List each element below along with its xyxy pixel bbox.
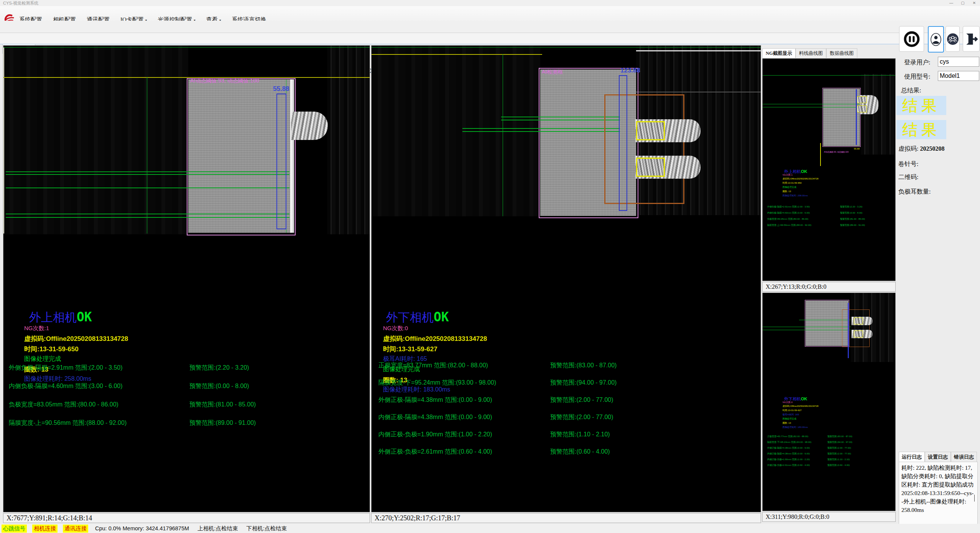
reference-line [503, 54, 503, 216]
upper-camera-status: 上相机:点检结束 [196, 525, 240, 533]
coord-readout-thumb2: X:311;Y:980;R:0;G:0;B:0 [762, 512, 896, 522]
ai-elapsed: 极耳AI耗时: 165 [783, 413, 799, 416]
baseline-yellow [3, 77, 370, 78]
tab-error-log[interactable]: 错误日志 [951, 452, 977, 462]
reference-line [147, 77, 147, 234]
capture-time: 时间:13-31-59-627 [383, 345, 437, 354]
result-indicator-2: 结果 [896, 120, 946, 139]
measure-line [763, 107, 862, 107]
camera-view-upper[interactable]: 55.88 AI动态阈值:93, 动态阈值:100 外上相机OK NG次数:1 … [3, 45, 370, 512]
pause-button[interactable] [899, 26, 924, 52]
menu-bar: 系统配置 相机配置 通讯配置 IO卡配置▾ 光源控制配置▾ 查看▾ 系统语言切换 [0, 6, 980, 21]
machine-highlight [636, 92, 761, 92]
measure-value: 123.88 [620, 67, 640, 74]
capture-time: 时间:13-31-59-627 [783, 409, 802, 412]
marker-line [820, 143, 821, 166]
measurement-row: 正极宽度=83.77mm 范围:(82.00 - 88.00)预警范围:(83.… [378, 362, 754, 369]
model-input[interactable] [938, 71, 979, 81]
measure-rect [619, 75, 627, 211]
reference-line [3, 47, 370, 48]
process-done: 图像处理完成 [783, 186, 796, 189]
tab-detect-box [854, 317, 863, 324]
tab-data-curve[interactable]: 数据曲线图 [826, 48, 857, 58]
user-icon [929, 31, 942, 48]
thumbnail-tabs: NG截图显示 料线曲线图 数据曲线图 [762, 48, 857, 58]
process-done: 图像处理完成 [783, 417, 796, 421]
coord-readout-thumb1: X:267;Y:13;R:0;G:0;B:0 [762, 282, 896, 292]
measure-rect [276, 94, 286, 229]
measure-line [6, 217, 289, 218]
ng-count: NG次数:1 [24, 325, 49, 332]
virtual-code: 虚拟码:Offline20250208133134728 [783, 177, 819, 181]
close-icon[interactable]: ✕ [968, 0, 980, 6]
tab-settings-log[interactable]: 设置日志 [925, 452, 951, 462]
edge-line [3, 47, 4, 234]
users-button[interactable] [945, 26, 960, 52]
process-elapsed: 图像处理耗时: 183.00ms [383, 386, 450, 394]
ng-thumbnail-upper[interactable]: 55.88 AI动态阈值:93, 动态阈值:100 外上相机OK NG次数:1 … [762, 58, 896, 281]
tab-detect-box [636, 121, 665, 140]
minimize-icon[interactable]: — [945, 0, 957, 6]
measure-line [6, 171, 289, 172]
camera-view-lower[interactable]: 123.88 AI检测框 外下相机OK NG次数:0 虚拟码:Offline20… [371, 45, 761, 512]
roi-rect-orange [842, 309, 870, 347]
maximize-icon[interactable]: ▢ [957, 0, 968, 6]
ng-count: NG次数:0 [783, 401, 793, 404]
toolbar: 相机配置 AI使用配置 相机调试 离线设置 点检设置▾ 图像处理▾ 基准线参数▾… [0, 33, 980, 44]
user-button[interactable] [928, 26, 944, 53]
measurement-row: 负极宽度=83.05mm 范围:(80.00 - 86.00)预警范围:(81.… [9, 401, 365, 408]
pause-icon [903, 30, 921, 48]
machine-highlight [636, 50, 761, 51]
login-user-input[interactable] [938, 57, 979, 67]
capture-time: 时间:13-31-59-650 [24, 345, 79, 354]
film-region [3, 46, 188, 234]
tab-run-log[interactable]: 运行日志 [899, 452, 925, 462]
measurement-row: 隔膜宽度-下=95.24mm 范围:(93.00 - 98.00)预警范围:(9… [378, 379, 754, 387]
camera-link-status: 相机连接 [32, 525, 58, 533]
window-title: CYS-视觉检测系统 [3, 0, 38, 6]
cpu-memory-status: Cpu: 0.0% Memory: 3424.41796875M [94, 525, 191, 532]
measurement-row: 外侧正极-负极=2.61mm 范围:(0.60 - 4.00)预警范围:(0.6… [378, 448, 754, 456]
ng-count: NG次数:0 [383, 325, 408, 332]
measure-value: 55.88 [854, 148, 860, 150]
ai-threshold-label: AI动态阈值:93, 动态阈值:100 [190, 77, 259, 84]
title-bar: CYS-视觉检测系统 — ▢ ✕ [0, 0, 980, 6]
measure-line [462, 131, 620, 132]
electrode-tab [291, 112, 328, 140]
process-elapsed: 图像处理耗时: 258.00ms [24, 375, 91, 383]
measure-rect [856, 89, 857, 145]
baseline-yellow [372, 54, 542, 55]
tab-detect-box [857, 105, 867, 112]
virtual-code: 虚拟码:Offline20250208133134728 [783, 405, 819, 408]
coord-readout-lower: X:270;Y:2502;R:17;G:17;B:17 [371, 513, 761, 523]
logout-button[interactable] [963, 26, 980, 52]
machine-region [327, 46, 370, 234]
reference-line [372, 47, 761, 48]
ng-thumbnail-lower[interactable]: 外下相机OK NG次数:0 虚拟码:Offline202502081331347… [762, 293, 896, 511]
process-elapsed: 图像处理耗时: 183.00ms [783, 426, 808, 429]
measure-line [501, 120, 620, 120]
camera-title: 外上相机OK [29, 309, 92, 326]
log-tabs: 运行日志 设置日志 错误日志 [899, 452, 977, 462]
measurement-row: 外侧负极-隔膜=2.91mm 范围:(2.00 - 3.50)预警范围:(2.2… [9, 364, 365, 372]
tab-material-curve[interactable]: 料线曲线图 [796, 48, 827, 58]
process-done: 图像处理完成 [24, 355, 61, 363]
tab-ng-screenshot[interactable]: NG截图显示 [762, 48, 796, 58]
view-tab-strip: 运行图像 [0, 21, 980, 33]
ng-count: NG次数:1 [783, 173, 793, 177]
virtual-code-value: 20250208 [920, 145, 944, 152]
process-elapsed: 图像处理耗时: 258.00ms [783, 194, 808, 197]
measurement-row: 外侧正极-隔膜=4.38mm 范围:(0.00 - 9.00)预警范围:(2.0… [378, 396, 754, 404]
measure-line [462, 128, 620, 129]
ai-threshold-label: AI动态阈值:93, 动态阈值:100 [824, 151, 848, 153]
lower-camera-status: 下相机:点检结束 [245, 525, 289, 533]
measurement-row: 内侧正极-负极=1.90mm 范围:(1.00 - 2.20)预警范围:(1.1… [378, 431, 754, 438]
run-log-text[interactable]: 耗时: 222, 缺陷检测耗时: 17, 缺陷分类耗时: 0, 缺陷提取分区耗时… [899, 462, 978, 531]
machine-region [861, 74, 896, 155]
model-label: 使用型号: [904, 73, 930, 81]
heartbeat-status: 心跳信号 [2, 525, 27, 533]
film-edge-highlight [290, 79, 294, 233]
qr-code-label: 二维码: [898, 173, 918, 181]
tab-detect-box [636, 158, 665, 177]
result-indicator-1: 结果 [896, 96, 946, 115]
